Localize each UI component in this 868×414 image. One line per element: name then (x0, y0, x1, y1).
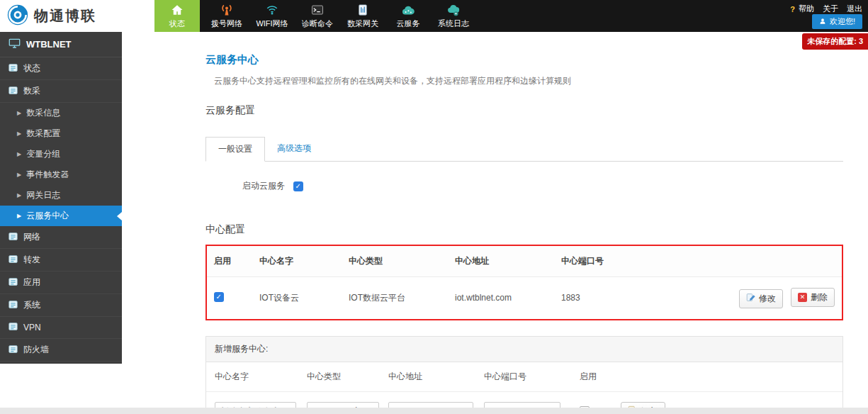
sidebar-subitem-variable-group[interactable]: ▶ 变量分组 (0, 144, 122, 164)
settings-tabs: 一般设置 高级选项 (205, 137, 843, 162)
th-actions (718, 246, 842, 277)
sidebar-item-vpn[interactable]: VPN (0, 317, 122, 339)
cell-center-name: IOT设备云 (252, 277, 342, 319)
nav-item-data-gateway[interactable]: 数采网关 (340, 0, 385, 32)
chevron-right-icon: ▶ (17, 172, 21, 178)
enable-cloud-row: 启动云服务 (242, 180, 843, 192)
sidebar-subitem-label: 云服务中心 (26, 210, 69, 222)
home-icon (170, 3, 184, 17)
list-icon (9, 345, 18, 356)
sidebar-item-status[interactable]: 状态 (0, 57, 122, 80)
nav-item-dial-network[interactable]: 拨号网络 (204, 0, 249, 32)
edit-icon (746, 293, 755, 304)
help-link[interactable]: 帮助 (799, 4, 814, 14)
nav-item-label: 云服务 (397, 18, 420, 29)
top-header: 物通博联 状态 拨号网络 WIFI网络 诊断命令 (0, 0, 868, 32)
centers-table: 启用 中心名字 中心类型 中心地址 中心端口号 IOT设备云 IOT数据云平台 … (207, 246, 842, 319)
list-icon (9, 63, 18, 74)
add-label-enable: 启用 (580, 371, 621, 383)
page-description: 云服务中心支持远程管理和监控所有的在线网关和设备，支持远程部署应用程序和边缘计算… (214, 75, 843, 87)
th-center-name: 中心名字 (252, 246, 342, 277)
sidebar-subitem-data-config[interactable]: ▶ 数采配置 (0, 123, 122, 144)
sidebar-item-system[interactable]: 系统 (0, 294, 122, 317)
sidebar-item-application[interactable]: 应用 (0, 272, 122, 294)
add-label-center-port: 中心端口号 (484, 371, 580, 383)
enable-cloud-label: 启动云服务 (242, 180, 285, 192)
chevron-right-icon: ▶ (17, 192, 21, 198)
cell-enable (207, 277, 252, 319)
sidebar-subitem-label: 事件触发器 (26, 169, 69, 181)
nav-item-status[interactable]: 状态 (154, 0, 200, 32)
about-link[interactable]: 关于 (823, 4, 838, 14)
add-label-center-address: 中心地址 (388, 371, 484, 383)
section-center-config-title: 中心配置 (205, 223, 843, 236)
sidebar-item-label: 状态 (23, 62, 40, 74)
sidebar-item-label: 转发 (23, 254, 40, 266)
page-title: 云服务中心 (205, 53, 843, 67)
brand-logo-text: 物通博联 (34, 6, 96, 26)
delete-button-label: 删除 (811, 291, 828, 303)
chevron-right-icon: ▶ (17, 213, 21, 219)
th-center-port: 中心端口号 (554, 246, 718, 277)
list-icon (9, 86, 18, 97)
enable-cloud-checkbox[interactable] (293, 181, 303, 191)
delete-icon (798, 293, 807, 302)
chevron-right-icon: ▶ (17, 151, 21, 157)
tab-general-settings[interactable]: 一般设置 (205, 137, 265, 162)
nav-item-wifi-network[interactable]: WIFI网络 (249, 0, 295, 32)
row-enable-checkbox[interactable] (214, 292, 224, 302)
question-mark-icon: ? (790, 5, 795, 13)
cloud-icon (400, 3, 416, 17)
system-log-icon (446, 3, 461, 17)
nav-item-label: 拨号网络 (211, 18, 242, 29)
sidebar-item-data-collection[interactable]: 数采 (0, 80, 122, 103)
delete-button[interactable]: 删除 (791, 288, 835, 307)
sidebar-item-firewall[interactable]: 防火墙 (0, 339, 122, 362)
sidebar-item-label: 网络 (23, 231, 40, 243)
chevron-right-icon: ▶ (17, 130, 21, 137)
nav-item-label: 数采网关 (347, 18, 378, 29)
table-row: IOT设备云 IOT数据云平台 iot.wtblnet.com 1883 修改 (207, 277, 842, 319)
table-header-row: 启用 中心名字 中心类型 中心地址 中心端口号 (207, 246, 842, 277)
brand-logo: 物通博联 (0, 0, 154, 32)
top-nav: 状态 拨号网络 WIFI网络 诊断命令 数采网关 (154, 0, 476, 32)
sidebar-subitem-data-info[interactable]: ▶ 数采信息 (0, 103, 122, 123)
sidebar-item-network[interactable]: 网络 (0, 226, 122, 249)
sidebar-item-forwarding[interactable]: 转发 (0, 249, 122, 272)
dial-signal-icon (220, 3, 234, 17)
sidebar-subitem-gateway-log[interactable]: ▶ 网关日志 (0, 185, 122, 206)
nav-item-diagnostic-command[interactable]: 诊断命令 (295, 0, 340, 32)
tab-advanced-options[interactable]: 高级选项 (265, 137, 323, 161)
edit-button[interactable]: 修改 (739, 289, 783, 308)
th-center-type: 中心类型 (342, 246, 448, 277)
th-enable: 启用 (207, 246, 252, 277)
cell-center-address: iot.wtblnet.com (448, 277, 554, 319)
edit-button-label: 修改 (759, 293, 776, 305)
nav-item-system-log[interactable]: 系统日志 (431, 0, 476, 32)
nav-item-label: 诊断命令 (302, 18, 333, 29)
list-icon (9, 277, 18, 289)
chevron-right-icon: ▶ (17, 110, 21, 116)
list-icon (9, 300, 18, 311)
sidebar-subitem-label: 数采信息 (26, 107, 60, 119)
wifi-icon (265, 3, 279, 17)
sidebar-subitem-label: 变量分组 (26, 148, 60, 160)
nav-item-cloud-service[interactable]: 云服务 (385, 0, 431, 32)
logout-link[interactable]: 退出 (847, 4, 862, 14)
sidebar-subitem-event-trigger[interactable]: ▶ 事件触发器 (0, 164, 122, 185)
add-center-block: 新增服务中心: 中心名字 中心类型 中心地址 中心端口号 启用 开放IOT平台 (205, 336, 843, 414)
sidebar-subitem-label: 网关日志 (26, 189, 60, 201)
add-label-center-name: 中心名字 (215, 371, 307, 383)
sidebar-item-label: 防火墙 (23, 344, 49, 356)
welcome-label: 欢迎您! (830, 16, 855, 27)
list-icon (9, 322, 18, 333)
monitor-icon (9, 38, 21, 51)
welcome-badge[interactable]: 欢迎您! (812, 14, 862, 29)
sidebar-subitem-cloud-service-center[interactable]: ▶ 云服务中心 (0, 206, 122, 226)
add-label-center-type: 中心类型 (307, 371, 388, 383)
nav-item-label: 系统日志 (438, 18, 469, 29)
cell-center-type: IOT数据云平台 (342, 277, 448, 319)
list-icon (9, 232, 18, 243)
unsaved-config-badge[interactable]: 未保存的配置: 3 (802, 33, 868, 50)
terminal-icon (310, 3, 325, 17)
